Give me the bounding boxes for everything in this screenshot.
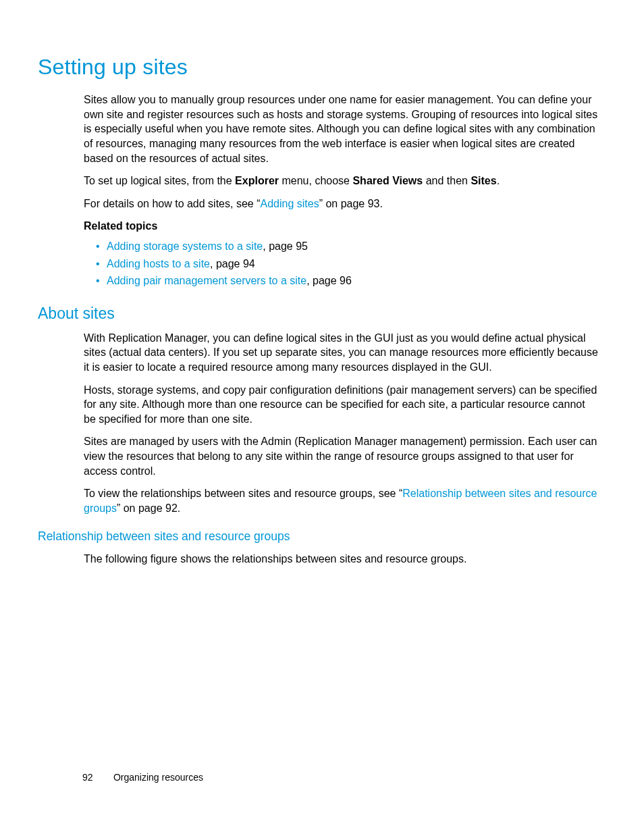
text: , page 94 xyxy=(210,258,255,269)
related-topic-item: Adding hosts to a site, page 94 xyxy=(96,257,599,271)
about-paragraph-1: With Replication Manager, you can define… xyxy=(84,331,599,375)
page-content: Setting up sites Sites allow you to manu… xyxy=(0,0,644,575)
heading-setting-up-sites: Setting up sites xyxy=(38,53,599,82)
about-sites-block: With Replication Manager, you can define… xyxy=(84,331,599,516)
page-footer: 92 Organizing resources xyxy=(82,771,203,784)
bold-sites: Sites xyxy=(471,175,496,186)
about-paragraph-3: Sites are managed by users with the Admi… xyxy=(84,434,599,478)
link-adding-pair-management-servers[interactable]: Adding pair management servers to a site xyxy=(107,275,306,286)
link-adding-storage-systems[interactable]: Adding storage systems to a site xyxy=(107,240,263,252)
intro-block: Sites allow you to manually group resour… xyxy=(84,93,599,288)
bold-shared-views: Shared Views xyxy=(352,175,423,186)
text: . xyxy=(497,175,500,186)
bold-explorer: Explorer xyxy=(235,175,279,186)
text: , page 96 xyxy=(306,275,352,286)
text: ” on page 92. xyxy=(117,502,180,514)
link-adding-sites[interactable]: Adding sites xyxy=(260,198,319,209)
related-topic-item: Adding storage systems to a site, page 9… xyxy=(96,239,599,254)
text: , page 95 xyxy=(263,240,308,252)
relationship-paragraph-1: The following figure shows the relations… xyxy=(84,552,599,567)
text: To view the relationships between sites … xyxy=(84,488,402,499)
related-topics-list: Adding storage systems to a site, page 9… xyxy=(96,239,599,288)
related-topics-heading: Related topics xyxy=(84,219,599,234)
text: For details on how to add sites, see “ xyxy=(84,198,260,209)
related-topic-item: Adding pair management servers to a site… xyxy=(96,273,599,288)
intro-paragraph-1: Sites allow you to manually group resour… xyxy=(84,93,599,165)
about-paragraph-4: To view the relationships between sites … xyxy=(84,486,599,515)
text: and then xyxy=(423,175,471,186)
text: menu, choose xyxy=(279,175,352,186)
text: ” on page 93. xyxy=(319,198,383,209)
page-number: 92 xyxy=(82,771,111,784)
relationship-block: The following figure shows the relations… xyxy=(84,552,599,567)
intro-paragraph-2: To set up logical sites, from the Explor… xyxy=(84,174,599,188)
heading-about-sites: About sites xyxy=(38,303,599,324)
intro-paragraph-3: For details on how to add sites, see “Ad… xyxy=(84,197,599,211)
text: To set up logical sites, from the xyxy=(84,175,235,186)
about-paragraph-2: Hosts, storage systems, and copy pair co… xyxy=(84,383,599,427)
heading-relationship-sites-resource-groups: Relationship between sites and resource … xyxy=(38,529,599,545)
footer-section-title: Organizing resources xyxy=(113,772,203,783)
link-adding-hosts[interactable]: Adding hosts to a site xyxy=(107,258,210,269)
